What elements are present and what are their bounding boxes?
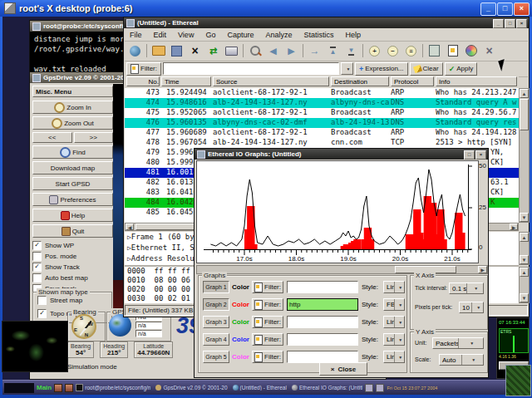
packet-row[interactable]: 47515.952065aolclient-68-172-92-1Broadca… [125,108,519,118]
start-gpsd-button[interactable]: Start GPSD [32,177,113,190]
graph-3-toggle-button[interactable]: Graph 3 [203,316,229,328]
display-filter-button[interactable] [444,42,461,59]
task-ethereal[interactable]: (Untitled) - Ethereal [233,385,287,391]
desktop-pager-thumbnail[interactable] [505,365,531,396]
packet-row[interactable]: 47815.967054alb-24-194-134-127.nycnn.com… [125,138,519,148]
task-iograph[interactable]: Ethereal IO Graphs: (Untitl [292,385,363,391]
packet-list-vscrollbar[interactable]: ▲ ▼ [519,88,530,223]
menu-analyze[interactable]: Analyze [265,31,292,39]
filter-button[interactable]: Filter: [126,62,161,76]
graph-4-toggle-button[interactable]: Graph 4 [203,333,229,346]
task-gpsdrive[interactable]: GpsDrive v2.09 © 2001-20 [155,385,227,391]
graph-4-filter-button[interactable]: Filter: [252,333,283,346]
taskbar-pager-button-2[interactable] [65,384,73,392]
bottom-button[interactable] [342,42,360,59]
unit-dropdown[interactable]: Packets/Tick▼ [432,337,484,349]
hex-vscrollbar[interactable]: ▲ ▼ [519,267,530,303]
find-button[interactable] [246,42,264,59]
packet-row[interactable]: 47615.960135albyny-dns-cac-02-dmfalb-24-… [125,118,519,128]
packet-row[interactable]: 47715.960689aolclient-68-172-92-1Broadca… [125,128,519,138]
tick-interval-dropdown[interactable]: 0.1 sec▼ [449,283,484,294]
io-graphs-titlebar[interactable]: Ethereal IO Graphs: (Untitled) □ × [195,149,488,160]
graph-2-toggle-button[interactable]: Graph 2 [203,298,229,311]
menu-file[interactable]: File [130,31,142,39]
column-header-no[interactable]: No. [126,76,160,86]
menu-capture[interactable]: Capture [227,31,254,39]
graph-5-style-dropdown[interactable]: Line▼ [383,351,405,363]
auto-best-map-checkbox[interactable]: Auto best map [32,273,113,283]
graph-1-filter-button[interactable]: Filter: [252,281,283,293]
scale-dropdown[interactable]: Auto▼ [439,354,484,366]
column-header-time[interactable]: Time [161,76,211,86]
reload-button[interactable] [204,42,222,59]
save-button[interactable] [168,42,185,59]
misc-menu-button[interactable]: Misc. Menu [32,86,113,97]
print-button[interactable] [223,42,240,59]
io-graphs-window[interactable]: Ethereal IO Graphs: (Untitled) □ × 17.0s… [194,148,489,378]
ethereal-titlebar[interactable]: (Untitled) - Ethereal _ □ × [124,17,529,28]
graph-4-style-dropdown[interactable]: Line▼ [383,333,405,346]
detail-vscrollbar[interactable]: ▲ ▼ [519,232,530,265]
menu-statistics[interactable]: Statistics [303,31,333,39]
pixels-per-tick-dropdown[interactable]: 10▼ [459,302,484,313]
logo-button[interactable] [126,42,144,59]
filter-dropdown-button[interactable]: ▼ [341,62,353,75]
io-graph-hscrollbar[interactable]: ▶ [196,265,488,274]
graph-5-filter-button[interactable]: Filter: [252,351,283,363]
prefs-button[interactable] [480,42,498,59]
zoom-100-button[interactable] [402,42,420,59]
menu-go[interactable]: Go [205,31,215,39]
taskbar-main-menu[interactable]: Main [37,384,52,391]
vnc-minimize-button[interactable]: _ [480,2,496,16]
graph-4-filter-input[interactable] [287,333,358,346]
expression-button[interactable]: Expression... [355,62,408,76]
graph-1-toggle-button[interactable]: Graph 1 [203,281,229,293]
close-button[interactable] [186,42,204,59]
vnc-close-button[interactable]: × [514,2,530,16]
zoom-in-button[interactable]: Zoom In [32,101,113,114]
goto-button[interactable] [306,42,323,59]
ethereal-close-button[interactable]: × [516,19,527,28]
close-button[interactable]: Close [319,362,367,376]
menu-help[interactable]: Help [345,31,361,39]
filter-input[interactable] [163,62,339,75]
taskbar-pager-button-1[interactable] [54,384,62,392]
taskbar-small-button-1[interactable] [365,384,373,392]
coloring-button[interactable] [462,42,480,59]
taskbar-small-button-2[interactable] [376,384,384,392]
zoom-out-button[interactable]: Zoom Out [32,116,113,130]
menu-edit[interactable]: Edit [154,31,167,39]
graph-2-filter-input[interactable]: http [287,298,358,311]
back-button[interactable] [264,42,282,59]
zoom-out-button[interactable] [384,42,401,59]
show-wp-checkbox[interactable]: Show WP [32,240,113,251]
clear-button[interactable]: Clear [410,62,443,76]
zoom-in-button[interactable] [366,42,383,59]
graph-3-filter-button[interactable]: Filter: [252,316,283,328]
street-map-checkbox[interactable]: Street map [37,295,111,306]
scale-prev-button[interactable]: << [32,132,72,143]
scale-next-button[interactable]: >> [74,132,114,143]
forward-button[interactable] [283,42,300,59]
vnc-maximize-button[interactable]: □ [497,2,513,16]
packet-row[interactable]: 47415.948616alb-24-194-134-127.nyalbyny-… [125,98,519,108]
pos-mode-checkbox[interactable]: Pos. mode [32,251,113,262]
vnc-titlebar[interactable]: root's X desktop (probe:6) [0,0,532,17]
column-header-info[interactable]: Info [436,76,517,86]
quit-button[interactable]: Quit [32,224,113,238]
graph-1-style-dropdown[interactable]: Line▼ [383,281,405,293]
top-button[interactable] [324,42,342,59]
download-map-button[interactable]: Download map [32,161,113,174]
worldmap-window[interactable] [2,321,68,372]
column-header-source[interactable]: Source [213,76,329,86]
open-button[interactable] [150,42,167,59]
taskbar-launcher[interactable] [4,383,34,393]
show-track-checkbox[interactable]: Show Track [32,262,113,273]
graph-3-style-dropdown[interactable]: Line▼ [383,316,405,328]
column-header-protocol[interactable]: Protocol [391,76,434,86]
graph-3-filter-input[interactable] [287,316,358,328]
ethereal-minimize-button[interactable]: _ [493,19,504,28]
apply-button[interactable]: Apply [445,62,478,76]
io-maximize-button[interactable]: □ [464,150,475,160]
graph-2-style-dropdown[interactable]: FBar▼ [383,298,405,311]
